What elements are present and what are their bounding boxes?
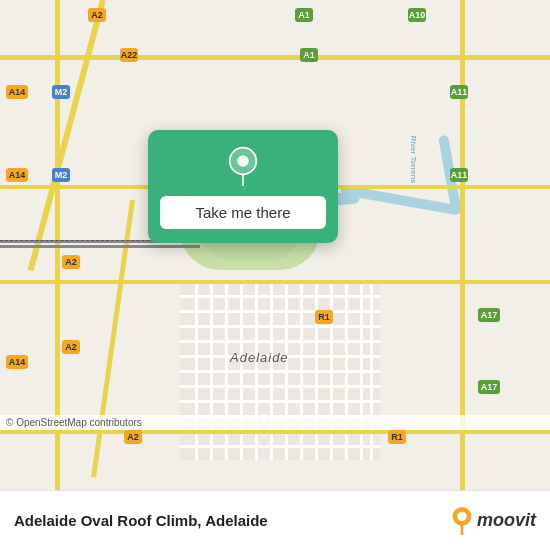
badge-a14-top: A14 [6, 85, 28, 99]
map-attribution: © OpenStreetMap contributors [0, 415, 550, 430]
popup-card: Take me there [148, 130, 338, 243]
badge-a2-mid: A2 [62, 255, 80, 269]
badge-m2-2: M2 [52, 168, 70, 182]
location-info: Adelaide Oval Roof Climb, Adelaide [14, 512, 451, 529]
badge-a11-1: A11 [450, 85, 468, 99]
svg-point-1 [237, 155, 249, 167]
badge-r1-2: R1 [315, 310, 333, 324]
badge-a22: A22 [120, 48, 138, 62]
location-pin-icon [223, 146, 263, 186]
moovit-text: moovit [477, 510, 536, 531]
moovit-logo: moovit [451, 507, 536, 535]
badge-a1-mid: A1 [300, 48, 318, 62]
city-label: Adelaide [230, 350, 289, 365]
badge-a2-mid2: A2 [62, 340, 80, 354]
moovit-pin-icon [451, 507, 473, 535]
river-label: River Torrens [409, 136, 418, 183]
badge-a17-1: A17 [478, 308, 500, 322]
badge-a11-2: A11 [450, 168, 468, 182]
badge-r1-3: R1 [388, 430, 406, 444]
bottom-bar: Adelaide Oval Roof Climb, Adelaide moovi… [0, 490, 550, 550]
badge-a14-3: A14 [6, 355, 28, 369]
badge-a1-top: A1 [295, 8, 313, 22]
badge-a2-top: A2 [88, 8, 106, 22]
take-me-there-button[interactable]: Take me there [160, 196, 326, 229]
badge-a2-bot: A2 [124, 430, 142, 444]
svg-point-3 [457, 511, 466, 520]
map-container: Adelaide River Torrens A2 A1 A10 A22 A1 … [0, 0, 550, 490]
badge-a14-2: A14 [6, 168, 28, 182]
badge-m2-1: M2 [52, 85, 70, 99]
badge-a10: A10 [408, 8, 426, 22]
badge-a17-2: A17 [478, 380, 500, 394]
location-name: Adelaide Oval Roof Climb, Adelaide [14, 512, 451, 529]
